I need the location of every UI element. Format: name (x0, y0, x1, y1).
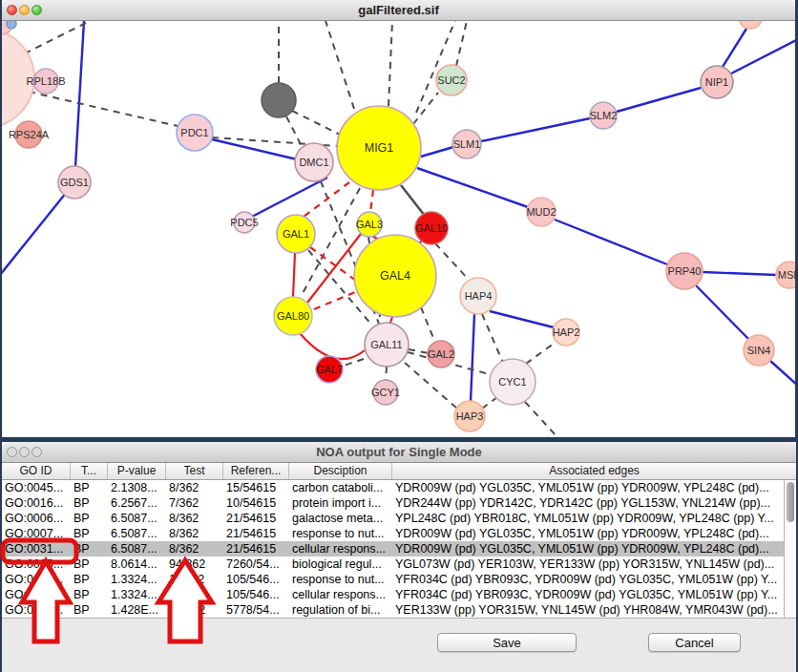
table-cell: 11/362 (166, 587, 223, 602)
graph-edge (525, 402, 557, 437)
table-row[interactable]: GO:0065...BP8.0614...94/3627260/54...bio… (2, 556, 784, 572)
graph-edge (696, 285, 748, 339)
table-row[interactable]: GO:0031...BP1.3324...11/362105/546...res… (2, 572, 784, 587)
column-header-test[interactable]: Test (166, 463, 223, 479)
table-cell: 6.2567... (108, 495, 166, 511)
network-window-titlebar[interactable]: galFiltered.sif (2, 0, 795, 21)
graph-node-label: GAL2 (428, 348, 454, 360)
table-row[interactable]: GO:0006...BP6.5087...8/36221/54615galact… (2, 511, 784, 526)
graph-node-label: CYC1 (498, 376, 526, 388)
table-cell: GO:0045... (2, 480, 71, 495)
table-cell: BP (71, 480, 108, 495)
table-cell: YDR244W (pp) YDR142C, YDR142C (pp) YGL15… (392, 495, 784, 511)
table-row[interactable]: GO:0050...BP1.428E...80/3625778/54...reg… (2, 602, 784, 618)
graph-edge (526, 341, 557, 364)
table-cell: carbon cataboli... (289, 480, 392, 495)
table-cell: biological regul... (289, 556, 392, 572)
table-cell: 8/362 (166, 480, 223, 495)
table-row[interactable]: GO:0007...BP6.5087...8/36221/54615respon… (2, 526, 784, 541)
table-cell: YER133W (pp) YOR315W, YNL145W (pd) YHR08… (392, 602, 784, 618)
graph-edge (390, 317, 392, 323)
table-cell: YDR009W (pd) YGL035C, YML051W (pp) YDR00… (392, 541, 784, 556)
table-cell: GO:0031... (2, 587, 71, 602)
table-cell: 5778/54... (223, 602, 289, 618)
table-cell: BP (71, 526, 108, 541)
table-cell: 7260/54... (223, 556, 289, 572)
table-cell: 1.428E... (108, 602, 166, 618)
graph-edge (388, 21, 393, 106)
table-cell: 105/546... (223, 572, 289, 587)
graph-node-label: GAL4 (380, 269, 410, 283)
table-scrollbar[interactable] (784, 480, 796, 618)
table-cell: 6.5087... (108, 526, 166, 541)
graph-edge (29, 92, 178, 126)
graph-edge (617, 88, 701, 112)
desktop-background: galFiltered.sif RPL18BRPS24AGDS1PDC1DMC1… (0, 0, 798, 672)
table-cell: 8/362 (166, 541, 223, 556)
graph-edge (212, 139, 297, 159)
cancel-button[interactable]: Cancel (648, 633, 741, 652)
table-cell: BP (71, 556, 108, 572)
column-header-associated-edges[interactable]: Associated edges (392, 463, 796, 479)
table-cell: BP (71, 572, 108, 587)
table-cell: 94/362 (166, 556, 223, 572)
graph-node-label: GAL10 (415, 222, 448, 234)
table-row[interactable]: GO:0016...BP6.2567...7/36210/54615protei… (2, 495, 784, 511)
graph-node-label: SLM2 (590, 110, 618, 121)
graph-edge (386, 367, 387, 381)
noa-window-title: NOA output for Single Mode (2, 445, 796, 459)
table-cell: cellular respons... (289, 541, 392, 556)
graph-node-unlabeled[interactable] (262, 83, 296, 117)
scrollbar-thumb[interactable] (787, 482, 794, 522)
table-cell: 10/54615 (223, 495, 289, 511)
graph-node-label: PDC1 (180, 127, 208, 138)
network-canvas[interactable]: RPL18BRPS24AGDS1PDC1DMC1MIG1SUC2SLM1SLM2… (2, 21, 795, 437)
column-header-desciption[interactable]: Desciption (289, 463, 392, 479)
table-cell: BP (71, 602, 108, 618)
table-cell: YGL073W (pd) YER103W, YER133W (pp) YOR31… (392, 556, 784, 572)
table-cell: 105/546... (223, 587, 289, 602)
table-cell: GO:0016... (2, 495, 71, 511)
graph-node-label: GDS1 (60, 177, 89, 188)
table-cell: GO:0007... (2, 526, 71, 541)
graph-node-unlabeled[interactable] (739, 21, 762, 29)
table-cell: 21/54615 (223, 541, 289, 556)
graph-edge (481, 118, 590, 141)
column-header-p-value[interactable]: P-value (108, 463, 166, 479)
table-cell: YFR034C (pd) YBR093C, YDR009W (pd) YGL03… (392, 572, 784, 587)
graph-edge (293, 253, 295, 297)
button-bar: Save Cancel (2, 618, 796, 672)
save-button[interactable]: Save (437, 633, 577, 652)
graph-edge (723, 29, 746, 67)
graph-edge (770, 361, 795, 386)
graph-node-label: GAL1 (283, 228, 309, 240)
graph-edge (314, 292, 355, 309)
graph-edge (319, 21, 354, 109)
graph-edge (300, 333, 365, 359)
graph-node-label: MIG1 (365, 141, 394, 155)
column-header-go-id[interactable]: GO ID (2, 463, 71, 479)
table-cell: GO:0050... (2, 602, 71, 618)
graph-edge (417, 168, 528, 207)
column-header-referen-[interactable]: Referen... (223, 463, 289, 479)
graph-node-label: HAP3 (456, 410, 484, 422)
table-cell: GO:0006... (2, 511, 71, 526)
graph-node-label: GAL11 (370, 339, 402, 350)
table-cell: galactose meta... (289, 511, 392, 526)
graph-node-label: DMC1 (299, 157, 328, 168)
table-cell: response to nut... (289, 526, 392, 541)
graph-edge (370, 190, 373, 212)
table-row[interactable]: GO:0031...BP1.3324...11/362105/546...cel… (2, 587, 784, 602)
graph-edge (401, 185, 425, 216)
table-row[interactable]: GO:0045...BP2.1308...8/36215/54615carbon… (2, 480, 784, 495)
column-header-t-[interactable]: T... (71, 463, 108, 479)
table-row[interactable]: GO:0031...BP6.5087...8/36221/54615cellul… (2, 541, 784, 556)
table-cell: 1.3324... (108, 572, 166, 587)
graph-node-label: SIN4 (747, 345, 770, 356)
noa-window-titlebar[interactable]: NOA output for Single Mode (2, 442, 796, 463)
graph-node-label: HAP2 (553, 326, 580, 338)
graph-edge (421, 147, 453, 157)
table-cell: 21/54615 (223, 511, 289, 526)
graph-node-unlabeled[interactable] (7, 21, 16, 29)
graph-node-label: RPL18B (27, 75, 66, 87)
